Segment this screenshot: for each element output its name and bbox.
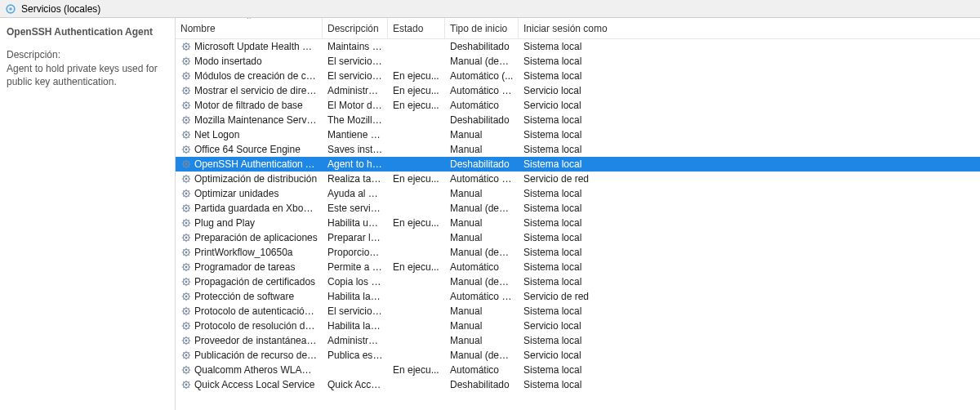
service-name-text: Partida guardada en Xbox L... <box>194 203 318 214</box>
service-row[interactable]: Optimización de distribuciónRealiza tare… <box>176 172 980 186</box>
cell-name: Partida guardada en Xbox L... <box>176 203 323 214</box>
service-name-text: Microsoft Update Health Se... <box>194 41 318 52</box>
cell-status: En ejecu... <box>388 70 445 82</box>
cell-logon-as: Sistema local <box>519 70 649 82</box>
sort-ascending-icon: ⌃ <box>246 18 252 24</box>
cell-name: Mozilla Maintenance Service <box>176 114 323 126</box>
service-gear-icon <box>180 158 192 170</box>
cell-startup-type: Manual (dese... <box>445 350 519 361</box>
cell-description: Ayuda al eq... <box>323 188 388 199</box>
service-gear-icon <box>180 291 192 302</box>
service-row[interactable]: Preparación de aplicacionesPreparar las … <box>176 230 980 245</box>
cell-name: Mostrar el servicio de direct... <box>176 85 323 96</box>
cell-logon-as: Servicio local <box>519 85 649 96</box>
cell-logon-as: Sistema local <box>519 305 649 317</box>
service-row[interactable]: PrintWorkflow_10650aProporciona...Manual… <box>176 245 980 260</box>
cell-name: Office 64 Source Engine <box>176 144 323 155</box>
service-gear-icon <box>180 379 192 390</box>
svg-point-9 <box>185 90 188 92</box>
service-name-text: Preparación de aplicaciones <box>194 232 318 243</box>
cell-description: El Motor de ... <box>323 100 388 111</box>
svg-point-21 <box>185 178 188 180</box>
service-gear-icon <box>180 114 192 126</box>
service-row[interactable]: Mozilla Maintenance ServiceThe Mozilla .… <box>176 113 980 127</box>
service-row[interactable]: Propagación de certificadosCopia los ce.… <box>176 274 980 289</box>
service-row[interactable]: Partida guardada en Xbox L...Este servic… <box>176 201 980 216</box>
cell-description: Saves install... <box>323 144 388 155</box>
service-gear-icon <box>180 335 192 346</box>
cell-startup-type: Manual (dese... <box>445 276 519 287</box>
service-row[interactable]: Modo insertadoEl servicio d...Manual (de… <box>176 54 980 69</box>
svg-point-31 <box>185 252 188 254</box>
cell-status: En ejecu... <box>388 261 445 273</box>
service-row[interactable]: Programador de tareasPermite a u...En ej… <box>176 260 980 274</box>
cell-startup-type: Deshabilitado <box>445 114 519 126</box>
cell-name: Microsoft Update Health Se... <box>176 41 323 52</box>
cell-logon-as: Sistema local <box>519 188 649 199</box>
cell-description: Administra l... <box>323 85 388 96</box>
svg-point-23 <box>185 193 188 195</box>
svg-point-41 <box>185 325 188 328</box>
cell-description: Preparar las ... <box>323 232 388 243</box>
cell-startup-type: Manual <box>445 320 519 332</box>
service-name-text: Propagación de certificados <box>194 276 318 287</box>
selected-service-heading: OpenSSH Authentication Agent <box>7 26 167 38</box>
column-header-logon-as[interactable]: Iniciar sesión como <box>519 18 649 38</box>
service-row[interactable]: Proveedor de instantáneas ...Administra … <box>176 333 980 348</box>
service-row[interactable]: Plug and PlayHabilita un ...En ejecu...M… <box>176 216 980 230</box>
cell-startup-type: Deshabilitado <box>445 379 519 390</box>
svg-point-7 <box>185 75 188 78</box>
column-header-name[interactable]: Nombre ⌃ <box>176 18 323 38</box>
titlebar-title: Servicios (locales) <box>21 3 100 15</box>
cell-description: El servicio IK... <box>323 70 388 82</box>
cell-logon-as: Sistema local <box>519 247 649 258</box>
service-gear-icon <box>180 320 192 332</box>
services-rows[interactable]: Microsoft Update Health Se...Maintains U… <box>176 39 980 410</box>
service-gear-icon <box>180 261 192 273</box>
svg-point-13 <box>185 119 188 122</box>
service-row[interactable]: OpenSSH Authentication A...Agent to hol.… <box>176 157 980 172</box>
column-header-startup-type[interactable]: Tipo de inicio <box>445 18 519 38</box>
service-gear-icon <box>180 85 192 96</box>
service-gear-icon <box>180 350 192 361</box>
column-header-description[interactable]: Descripción <box>323 18 388 38</box>
service-row[interactable]: Qualcomm Atheros WLAN ...En ejecu...Auto… <box>176 363 980 377</box>
service-row[interactable]: Protocolo de autenticación ...El servici… <box>176 304 980 319</box>
service-row[interactable]: Módulos de creación de cla...El servicio… <box>176 69 980 83</box>
cell-name: PrintWorkflow_10650a <box>176 247 323 258</box>
titlebar: Servicios (locales) <box>0 0 980 18</box>
service-gear-icon <box>180 203 192 214</box>
cell-name: Motor de filtrado de base <box>176 100 323 111</box>
service-gear-icon <box>180 100 192 111</box>
cell-description: Agent to hol... <box>323 158 388 170</box>
service-row[interactable]: Protocolo de resolución de ...Habilita l… <box>176 319 980 333</box>
cell-description: The Mozilla ... <box>323 114 388 126</box>
service-row[interactable]: Mostrar el servicio de direct...Administ… <box>176 83 980 98</box>
service-row[interactable]: Net LogonMantiene u...ManualSistema loca… <box>176 127 980 142</box>
cell-name: Protocolo de resolución de ... <box>176 320 323 332</box>
svg-point-47 <box>185 369 188 372</box>
service-row[interactable]: Microsoft Update Health Se...Maintains U… <box>176 39 980 54</box>
service-name-text: Protección de software <box>194 291 318 302</box>
cell-status: En ejecu... <box>388 173 445 185</box>
service-row[interactable]: Optimizar unidadesAyuda al eq...ManualSi… <box>176 186 980 201</box>
service-row[interactable]: Publicación de recurso de d...Publica es… <box>176 348 980 363</box>
service-gear-icon <box>180 247 192 258</box>
service-name-text: Protocolo de resolución de ... <box>194 320 318 332</box>
service-row[interactable]: Quick Access Local ServiceQuick Acces...… <box>176 377 980 392</box>
cell-startup-type: Manual <box>445 144 519 155</box>
service-row[interactable]: Motor de filtrado de baseEl Motor de ...… <box>176 98 980 113</box>
service-gear-icon <box>180 305 192 317</box>
cell-name: Preparación de aplicaciones <box>176 232 323 243</box>
service-gear-icon <box>180 56 192 67</box>
cell-name: Protección de software <box>176 291 323 302</box>
cell-name: Propagación de certificados <box>176 276 323 287</box>
service-row[interactable]: Office 64 Source EngineSaves install...M… <box>176 142 980 157</box>
column-header-status[interactable]: Estado <box>388 18 445 38</box>
service-row[interactable]: Protección de softwareHabilita la d...Au… <box>176 289 980 304</box>
cell-logon-as: Servicio local <box>519 350 649 361</box>
svg-point-11 <box>185 105 188 107</box>
svg-point-17 <box>185 149 188 151</box>
cell-startup-type: Manual (dese... <box>445 56 519 67</box>
cell-name: Proveedor de instantáneas ... <box>176 335 323 346</box>
